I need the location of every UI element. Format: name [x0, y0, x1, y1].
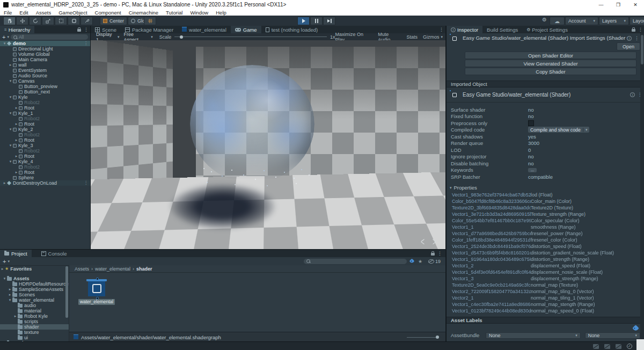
- panel-menu-icon[interactable]: ⋮: [84, 27, 89, 32]
- hierarchy-item[interactable]: ▾Kyle_1: [0, 111, 90, 116]
- grid-snap-button[interactable]: [144, 17, 156, 25]
- component-menu-icon[interactable]: ⋮: [634, 35, 639, 41]
- hierarchy-item[interactable]: ▾Kyle_4: [0, 159, 90, 164]
- project-folder-robot-kyle[interactable]: ▸Robot Kyle: [0, 313, 69, 319]
- project-folder-texture[interactable]: texture: [0, 330, 69, 335]
- hierarchy-item[interactable]: Sphere: [0, 175, 90, 180]
- cache-server-disabled-icon[interactable]: [593, 344, 599, 349]
- cloud-disabled-icon[interactable]: [616, 344, 621, 349]
- project-folder-assets[interactable]: ▾Assets: [0, 276, 69, 281]
- foldout-arrow-icon[interactable]: ▾: [8, 297, 12, 303]
- hierarchy-item[interactable]: Audio Source: [0, 73, 90, 78]
- breadcrumb-water-elemental[interactable]: water_elemental: [95, 266, 130, 272]
- scale-tool-button[interactable]: [42, 17, 54, 25]
- compile-and-show-code-button[interactable]: Compile and show code▾: [528, 127, 589, 133]
- hidden-packages-toggle[interactable]: 19: [428, 259, 441, 264]
- pivot-toggle-button[interactable]: Center: [100, 17, 127, 25]
- lock-icon[interactable]: [431, 253, 435, 256]
- project-folder-scenes[interactable]: ▸Scenes: [0, 292, 69, 297]
- menu-window[interactable]: Window: [186, 10, 212, 16]
- preview-prev-button[interactable]: <: [421, 235, 425, 247]
- hierarchy-item[interactable]: Main Camera: [0, 57, 90, 62]
- close-button[interactable]: ✕: [627, 2, 644, 8]
- gizmos-dropdown[interactable]: Gizmos ▾: [423, 34, 443, 40]
- hierarchy-item[interactable]: EventSystem: [0, 68, 90, 73]
- foldout-arrow-icon[interactable]: ▾: [2, 276, 7, 281]
- row-menu-icon[interactable]: ⋮: [84, 41, 88, 46]
- foldout-arrow-icon[interactable]: ▸: [8, 287, 12, 292]
- tab-hierarchy[interactable]: ≡ Hierarchy: [0, 26, 34, 33]
- menu-cinemachine[interactable]: Cinemachine: [125, 10, 162, 16]
- tab-test-nothing-loaded-[interactable]: test (nothing loaded): [261, 26, 323, 33]
- foldout-arrow-icon[interactable]: ▾: [8, 111, 13, 116]
- project-folder-hdrpdefaultresources[interactable]: HDRPDefaultResources: [0, 281, 69, 287]
- hierarchy-item[interactable]: Robot2: [0, 116, 90, 121]
- row-menu-icon[interactable]: ⋮: [84, 180, 88, 186]
- hierarchy-item[interactable]: ▸wall: [0, 62, 90, 68]
- hierarchy-item[interactable]: ▸Root: [0, 137, 90, 143]
- aspect-dropdown[interactable]: Free Aspect ▾: [121, 34, 155, 40]
- copy-shader-button[interactable]: Copy Shader: [465, 68, 636, 75]
- pause-button[interactable]: [310, 17, 323, 25]
- search-by-label-icon[interactable]: [409, 259, 414, 264]
- slider-handle[interactable]: [436, 336, 439, 339]
- foldout-arrow-icon[interactable]: ▾: [8, 94, 13, 100]
- help-icon[interactable]: i: [627, 36, 632, 41]
- foldout-arrow-icon[interactable]: ▸: [14, 170, 19, 175]
- project-folder-ui[interactable]: ui: [0, 335, 69, 340]
- tab-build-settings[interactable]: Build Settings: [482, 26, 522, 33]
- tab-console[interactable]: Console: [37, 250, 71, 257]
- hierarchy-item[interactable]: Button_next: [0, 89, 90, 94]
- transform-tool-button[interactable]: [68, 17, 80, 25]
- scrollbar-thumb[interactable]: [641, 35, 643, 64]
- project-search-input[interactable]: [304, 259, 407, 264]
- keywords-button[interactable]: ...: [528, 168, 537, 172]
- hierarchy-item[interactable]: ▾Canvas: [0, 78, 90, 84]
- hand-tool-button[interactable]: [3, 17, 16, 25]
- panel-menu-icon[interactable]: ⋮: [437, 251, 442, 256]
- rect-tool-button[interactable]: [55, 17, 67, 25]
- menu-tutorial[interactable]: Tutorial: [162, 10, 186, 16]
- view-generated-shader-button[interactable]: View Generated Shader: [465, 60, 636, 67]
- open-shader-editor-button[interactable]: Open Shader Editor: [465, 52, 636, 59]
- foldout-arrow-icon[interactable]: ▸: [8, 292, 12, 297]
- chevron-down-icon[interactable]: ▾: [7, 35, 9, 39]
- layers-dropdown[interactable]: Layers▾: [599, 17, 629, 25]
- foldout-arrow-icon[interactable]: ▾: [8, 127, 13, 132]
- foldout-arrow-icon[interactable]: ▸: [14, 137, 19, 143]
- hierarchy-item[interactable]: ▸Root: [0, 121, 90, 127]
- services-gear-icon[interactable]: ⚙: [542, 17, 547, 25]
- hierarchy-item[interactable]: Button_preview: [0, 84, 90, 89]
- menu-edit[interactable]: Edit: [16, 10, 32, 16]
- collab-disabled-icon[interactable]: [604, 344, 610, 349]
- create-button[interactable]: +: [3, 259, 6, 264]
- cloud-button[interactable]: ☁: [550, 17, 565, 25]
- hierarchy-scene-row-demo[interactable]: ▾demo⋮: [0, 41, 90, 46]
- foldout-arrow-icon[interactable]: ▸: [8, 62, 13, 68]
- menu-component[interactable]: Component: [91, 10, 125, 16]
- foldout-arrow-icon[interactable]: ▾: [8, 159, 13, 164]
- lock-icon[interactable]: [632, 29, 635, 32]
- maximize-button[interactable]: ❐: [610, 2, 627, 8]
- play-button[interactable]: [297, 17, 310, 25]
- hierarchy-item[interactable]: Volume Global: [0, 52, 90, 57]
- hierarchy-item[interactable]: ▸Root: [0, 105, 90, 111]
- create-button[interactable]: +: [2, 34, 5, 40]
- breadcrumb-assets[interactable]: Assets: [75, 266, 89, 272]
- saved-search-icon[interactable]: ★: [418, 259, 422, 264]
- tab-project[interactable]: Project: [0, 250, 32, 257]
- hierarchy-item[interactable]: Directional Light: [0, 46, 90, 52]
- chevron-down-icon[interactable]: ▾: [8, 259, 10, 264]
- custom-tool-button[interactable]: [80, 17, 93, 25]
- label-tag-icon[interactable]: [632, 325, 639, 332]
- hierarchy-item[interactable]: Robot2: [0, 148, 90, 154]
- foldout-arrow-icon[interactable]: ▸: [14, 121, 19, 127]
- assetbundle-name-dropdown[interactable]: None ▾: [486, 332, 581, 339]
- foldout-arrow-icon[interactable]: ▾: [8, 143, 13, 148]
- lock-icon[interactable]: [77, 29, 81, 32]
- tab-water-elemental[interactable]: water_elemental: [178, 26, 231, 33]
- tab-game[interactable]: Game: [231, 26, 261, 33]
- hierarchy-item[interactable]: ▾Kyle_3: [0, 143, 90, 148]
- project-folder-samplesceneassets[interactable]: ▸SampleSceneAssets: [0, 287, 69, 292]
- rotate-tool-button[interactable]: [29, 17, 41, 25]
